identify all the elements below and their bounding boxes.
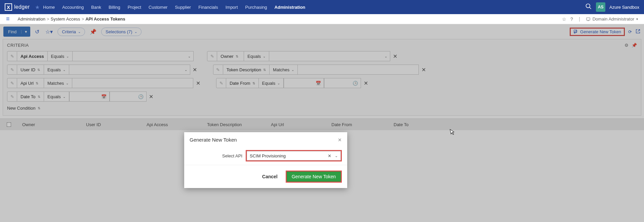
- new-condition[interactable]: New Condition ⇅: [7, 106, 637, 111]
- breadcrumb-item[interactable]: Administration: [18, 16, 45, 22]
- clear-icon[interactable]: ✕: [328, 153, 331, 158]
- role-picker[interactable]: Domain Administrator ▾: [586, 16, 638, 22]
- edit-icon[interactable]: ✎: [7, 91, 17, 102]
- favorite-star-icon[interactable]: ★: [35, 4, 40, 10]
- criteria-value[interactable]: ⌄: [69, 65, 190, 75]
- find-dropdown-icon[interactable]: ▼: [21, 30, 30, 34]
- select-api-dropdown[interactable]: SCIM Provisioning ✕ ⌄: [247, 151, 341, 160]
- criteria-value[interactable]: ⌄: [269, 51, 390, 61]
- results-table: OwnerUser IDApi AccessToken DescriptionA…: [0, 118, 644, 130]
- edit-icon[interactable]: ✎: [213, 65, 223, 75]
- updown-icon: ⇅: [38, 106, 40, 110]
- edit-icon[interactable]: ✎: [207, 51, 217, 61]
- time-input[interactable]: 🕒: [110, 91, 147, 102]
- date-input[interactable]: 📅: [284, 78, 324, 88]
- history-icon[interactable]: ↺: [34, 29, 41, 35]
- search-icon[interactable]: [585, 3, 592, 11]
- remove-icon[interactable]: ✕: [193, 80, 203, 86]
- criteria-condition: ✎User ID⇅Equals⌄⌄✕: [7, 65, 200, 75]
- generate-token-submit-button[interactable]: Generate New Token: [287, 172, 341, 182]
- pin-icon[interactable]: 📌: [632, 43, 637, 48]
- more-icon[interactable]: ⋮: [577, 16, 582, 22]
- criteria-value[interactable]: [72, 78, 193, 88]
- select-all-checkbox[interactable]: [7, 122, 11, 127]
- criteria-field[interactable]: Owner⇅: [217, 51, 244, 61]
- criteria-field[interactable]: Date From⇅: [226, 78, 258, 88]
- criteria-pill[interactable]: Criteria⌄: [57, 28, 85, 36]
- remove-icon[interactable]: ✕: [390, 53, 400, 60]
- edit-icon[interactable]: ✎: [7, 51, 17, 61]
- edit-icon[interactable]: ✎: [7, 78, 17, 88]
- generate-new-token-button[interactable]: Generate New Token: [570, 28, 625, 36]
- menu-icon[interactable]: ≡: [6, 15, 10, 23]
- open-external-icon[interactable]: [635, 29, 641, 35]
- star-dropdown-icon[interactable]: ☆▾: [44, 29, 54, 35]
- criteria-field[interactable]: Token Description⇅: [223, 65, 270, 75]
- pin-icon[interactable]: 📌: [88, 29, 98, 35]
- edit-icon[interactable]: ✎: [7, 65, 17, 75]
- column-header[interactable]: Date From: [329, 122, 392, 127]
- criteria-field[interactable]: User ID⇅: [17, 65, 44, 75]
- cancel-button[interactable]: Cancel: [260, 171, 280, 183]
- edit-icon[interactable]: ✎: [216, 78, 226, 88]
- nav-item-purchasing[interactable]: Purchasing: [245, 5, 267, 10]
- gear-icon[interactable]: ⚙: [625, 43, 629, 48]
- date-input[interactable]: 📅: [69, 91, 110, 102]
- column-header[interactable]: Date To: [392, 122, 442, 127]
- org-name[interactable]: Azure Sandbox: [609, 5, 639, 10]
- criteria-field[interactable]: Api Access: [17, 51, 48, 61]
- column-header[interactable]: User ID: [84, 122, 145, 127]
- column-header[interactable]: Api Url: [269, 122, 329, 127]
- nav-item-supplier[interactable]: Supplier: [175, 5, 191, 10]
- remove-icon[interactable]: ✕: [190, 67, 200, 73]
- nav-item-project[interactable]: Project: [128, 5, 141, 10]
- criteria-value[interactable]: ⌄: [73, 51, 194, 61]
- time-input[interactable]: 🕒: [324, 78, 361, 88]
- nav-item-accounting[interactable]: Accounting: [62, 5, 84, 10]
- criteria-operator[interactable]: Equals⌄: [244, 51, 269, 61]
- logo[interactable]: X ledger: [5, 3, 30, 11]
- selections-pill[interactable]: Selections (7)⌄: [101, 28, 141, 36]
- nav-item-financials[interactable]: Financials: [198, 5, 218, 10]
- remove-icon[interactable]: ✕: [147, 94, 156, 100]
- modal-title: Generate New Token: [190, 137, 237, 143]
- criteria-field[interactable]: Date To⇅: [17, 91, 44, 102]
- select-api-label: Select API: [222, 153, 242, 158]
- nav-item-home[interactable]: Home: [43, 5, 55, 10]
- criteria-operator[interactable]: Equals⌄: [259, 78, 284, 88]
- breadcrumb: Administration>System Access>API Access …: [18, 16, 125, 22]
- nav-item-billing[interactable]: Billing: [109, 5, 120, 10]
- svg-rect-2: [586, 17, 590, 20]
- nav-item-administration[interactable]: Administration: [275, 5, 306, 10]
- breadcrumb-item[interactable]: API Access Tokens: [85, 16, 125, 22]
- top-nav: X ledger ★ HomeAccountingBankBillingProj…: [0, 0, 644, 14]
- nav-item-customer[interactable]: Customer: [149, 5, 167, 10]
- avatar[interactable]: AS: [596, 2, 605, 12]
- criteria-operator[interactable]: Equals⌄: [44, 65, 69, 75]
- criteria-operator[interactable]: Equals⌄: [48, 51, 73, 61]
- criteria-field[interactable]: Api Url⇅: [17, 78, 44, 88]
- star-outline-icon[interactable]: ☆: [562, 16, 566, 22]
- close-icon[interactable]: ✕: [338, 137, 342, 143]
- chevron-down-icon[interactable]: ⌄: [335, 154, 338, 158]
- column-header[interactable]: Api Access: [145, 122, 205, 127]
- column-header[interactable]: Token Description: [205, 122, 269, 127]
- remove-icon[interactable]: ✕: [361, 80, 370, 86]
- nav-item-bank[interactable]: Bank: [91, 5, 101, 10]
- column-header: [3, 121, 20, 128]
- nav-item-import[interactable]: Import: [226, 5, 238, 10]
- criteria-operator[interactable]: Matches⌄: [44, 78, 72, 88]
- edit-icon: [573, 29, 578, 34]
- column-header[interactable]: Owner: [20, 122, 84, 127]
- generate-token-modal: Generate New Token ✕ Select API SCIM Pro…: [184, 132, 347, 188]
- breadcrumb-item[interactable]: System Access: [50, 16, 80, 22]
- help-icon[interactable]: ?: [570, 16, 573, 22]
- caret-down-icon: ▾: [636, 17, 638, 21]
- logo-text: ledger: [14, 4, 30, 10]
- find-button[interactable]: Find ▼: [3, 27, 30, 37]
- criteria-operator[interactable]: Equals⌄: [44, 91, 69, 102]
- remove-icon[interactable]: ✕: [419, 67, 428, 73]
- criteria-value[interactable]: [298, 65, 419, 75]
- criteria-operator[interactable]: Matches⌄: [270, 65, 298, 75]
- criteria-condition: ✎Date To⇅Equals⌄📅🕒✕: [7, 91, 156, 102]
